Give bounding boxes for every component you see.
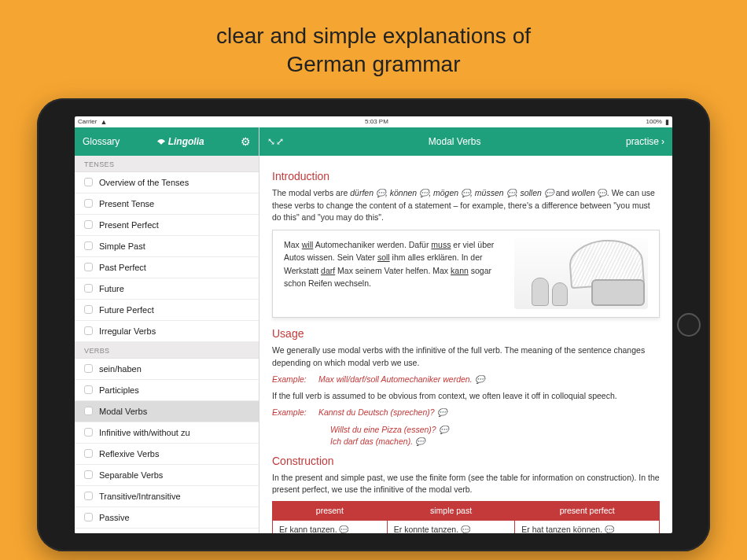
- sidebar-item-label: Future: [99, 284, 124, 293]
- sidebar-item-label: Passive: [99, 513, 130, 522]
- speech-bubble-icon[interactable]: 💬: [461, 525, 470, 533]
- construction-table: present simple past present perfect Er k…: [272, 501, 660, 533]
- sidebar-item[interactable]: Reflexive Verbs: [75, 444, 259, 465]
- glossary-button[interactable]: Glossary: [83, 136, 120, 147]
- section-title-verbs: VERBS: [75, 342, 259, 359]
- speech-bubble-icon[interactable]: 💬: [506, 189, 516, 197]
- check-icon: [84, 470, 93, 479]
- sidebar-item-label: Modal Verbs: [99, 407, 147, 416]
- speech-bubble-icon[interactable]: 💬: [419, 189, 429, 197]
- sidebar-item[interactable]: Simple Past: [75, 236, 259, 257]
- usage-example-4: Ich darf das (machen). 💬: [272, 436, 660, 448]
- sidebar-item[interactable]: Overview of the Tenses: [75, 172, 259, 193]
- content-area[interactable]: Introduction The modal verbs are dürfen …: [259, 156, 672, 533]
- check-icon: [84, 513, 93, 521]
- main-pane: ⤡ ⤢ Modal Verbs practise › Introduction …: [259, 127, 672, 533]
- check-icon: [84, 326, 93, 335]
- sidebar-item[interactable]: Separable Verbs: [75, 465, 259, 486]
- sidebar-item[interactable]: Past Perfect: [75, 257, 259, 278]
- sidebar-item[interactable]: Imperative: [75, 529, 259, 533]
- promo-title: clear and simple explanations of German …: [216, 22, 531, 79]
- illustration: [514, 238, 648, 309]
- sidebar-item[interactable]: Future Perfect: [75, 300, 259, 321]
- heading-usage: Usage: [272, 326, 660, 341]
- construction-paragraph: In the present and simple past, we use t…: [272, 472, 660, 496]
- battery-icon: ▮: [665, 118, 669, 126]
- intro-example-card: Max will Automechaniker werden. Dafür mu…: [272, 230, 660, 318]
- usage-paragraph-2: If the full verb is assumed to be obviou…: [272, 390, 660, 402]
- sidebar-item[interactable]: Participles: [75, 380, 259, 401]
- sidebar-item[interactable]: Irregular Verbs: [75, 321, 259, 342]
- practise-button[interactable]: practise ›: [626, 136, 664, 147]
- expand-icon[interactable]: ⤡ ⤢: [267, 136, 283, 147]
- speech-bubble-icon[interactable]: 💬: [544, 189, 554, 197]
- sidebar-item-label: Simple Past: [99, 241, 145, 251]
- sidebar-item-label: Participles: [99, 385, 139, 395]
- check-icon: [84, 364, 93, 373]
- home-button[interactable]: [677, 313, 701, 337]
- speech-bubble-icon[interactable]: 💬: [339, 525, 348, 533]
- check-icon: [84, 449, 93, 458]
- sidebar-item[interactable]: Future: [75, 278, 259, 300]
- sidebar-item[interactable]: Infinitive with/without zu: [75, 422, 259, 444]
- sidebar-item-label: Transitive/Intransitive: [99, 492, 181, 501]
- th-present-perfect: present perfect: [515, 501, 660, 520]
- sidebar-item[interactable]: Passive: [75, 507, 259, 529]
- speech-bubble-icon[interactable]: 💬: [605, 525, 614, 533]
- sidebar-item-label: Reflexive Verbs: [99, 449, 159, 459]
- speech-bubble-icon[interactable]: 💬: [437, 408, 447, 417]
- usage-paragraph-1: We generally use modal verbs with the in…: [272, 344, 660, 368]
- sidebar-item-label: sein/haben: [99, 364, 142, 374]
- sidebar-item-label: Infinitive with/without zu: [99, 428, 190, 437]
- check-icon: [84, 199, 93, 208]
- sidebar-item-label: Overview of the Tenses: [99, 178, 189, 187]
- lingolia-logo: Lingolia: [156, 136, 204, 147]
- speech-bubble-icon[interactable]: 💬: [461, 189, 470, 197]
- sidebar-item[interactable]: sein/haben: [75, 359, 259, 380]
- speech-bubble-icon[interactable]: 💬: [475, 375, 484, 384]
- sidebar-item-label: Future Perfect: [99, 305, 154, 315]
- check-icon: [84, 385, 93, 394]
- table-row: Er kann tanzen. 💬 Er konnte tanzen. 💬 Er…: [273, 520, 660, 532]
- intro-paragraph: The modal verbs are dürfen 💬, können 💬, …: [272, 187, 660, 223]
- tablet-device: Carrier ▲ 5:03 PM 100% ▮ Glossary Lingol…: [37, 98, 710, 551]
- speech-bubble-icon[interactable]: 💬: [439, 426, 448, 434]
- check-icon: [84, 428, 93, 437]
- sidebar-item-label: Present Perfect: [99, 220, 159, 230]
- check-icon: [84, 492, 93, 500]
- app: Glossary Lingolia ⚙ TENSES Overview of t…: [75, 127, 672, 533]
- heading-introduction: Introduction: [272, 168, 660, 184]
- sidebar-item-label: Past Perfect: [99, 263, 146, 272]
- section-title-tenses: TENSES: [75, 156, 259, 172]
- chevron-right-icon: ›: [661, 136, 664, 147]
- sidebar-item[interactable]: Transitive/Intransitive: [75, 486, 259, 507]
- usage-example-2: Example: Kannst du Deutsch (sprechen)? 💬: [272, 407, 660, 419]
- sidebar-item-label: Separable Verbs: [99, 470, 163, 480]
- sidebar-item-modal-verbs[interactable]: Modal Verbs: [75, 401, 259, 422]
- sidebar-header: Glossary Lingolia ⚙: [75, 127, 259, 156]
- carrier-label: Carrier: [78, 118, 97, 125]
- sidebar-item[interactable]: Present Perfect: [75, 215, 259, 236]
- check-icon: [84, 305, 93, 314]
- check-icon: [84, 263, 93, 271]
- wifi-icon: ▲: [100, 118, 107, 126]
- check-icon: [84, 220, 93, 229]
- speech-bubble-icon[interactable]: 💬: [376, 189, 385, 197]
- speech-bubble-icon[interactable]: 💬: [415, 437, 425, 446]
- gear-icon[interactable]: ⚙: [241, 135, 251, 148]
- check-icon: [84, 241, 93, 250]
- usage-example-3: Willst du eine Pizza (essen)? 💬: [272, 424, 660, 437]
- status-time: 5:03 PM: [365, 118, 388, 125]
- sidebar: Glossary Lingolia ⚙ TENSES Overview of t…: [75, 127, 259, 533]
- th-simple-past: simple past: [387, 501, 515, 520]
- battery-label: 100%: [646, 118, 662, 125]
- heading-construction: Construction: [272, 453, 660, 469]
- logo-bird-icon: [156, 137, 166, 146]
- th-present: present: [273, 501, 388, 520]
- main-header: ⤡ ⤢ Modal Verbs practise ›: [259, 127, 672, 156]
- speech-bubble-icon[interactable]: 💬: [598, 189, 607, 197]
- sidebar-item[interactable]: Present Tense: [75, 193, 259, 215]
- sidebar-content[interactable]: TENSES Overview of the Tenses Present Te…: [75, 156, 259, 533]
- check-icon: [84, 284, 93, 293]
- sidebar-item-label: Present Tense: [99, 199, 154, 208]
